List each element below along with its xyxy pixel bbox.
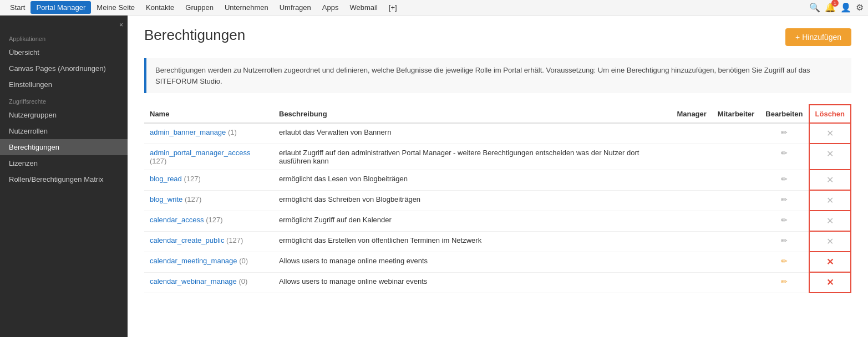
permission-mitarbeiter xyxy=(712,252,760,272)
edit-icon[interactable]: ✏ xyxy=(781,257,788,265)
sidebar-close-button[interactable]: × xyxy=(0,20,128,30)
add-button[interactable]: + Hinzufügen xyxy=(785,28,851,46)
permission-name-cell: blog_read (127) xyxy=(144,170,273,190)
edit-icon[interactable]: ✏ xyxy=(781,175,788,183)
sidebar-section-title: Zugriffsrechte xyxy=(0,93,128,107)
sidebar-item-einstellungen[interactable]: Einstellungen xyxy=(0,76,128,93)
topnav-item-kontakte[interactable]: Kontakte xyxy=(140,1,180,14)
top-nav-icons: 🔍 🔔 1 👤 ⚙ xyxy=(809,2,864,13)
table-header-löschen: Löschen xyxy=(809,105,851,123)
layout: × ApplikationenÜbersichtCanvas Pages (An… xyxy=(0,16,868,337)
permission-name-cell: calendar_create_public (127) xyxy=(144,231,273,252)
permission-description: erlaubt Zugriff auf den administrativen … xyxy=(273,144,671,170)
permission-edit-cell: ✏ xyxy=(760,123,809,144)
permission-link[interactable]: blog_write xyxy=(150,195,182,203)
permission-link[interactable]: calendar_webinar_manage xyxy=(150,277,237,285)
topnav-item-webmail[interactable]: Webmail xyxy=(344,1,383,14)
delete-icon[interactable]: ✕ xyxy=(826,175,834,185)
permission-mitarbeiter xyxy=(712,144,760,170)
main-content: Berechtigungen + Hinzufügen Berechtigung… xyxy=(128,16,868,337)
permission-edit-cell: ✏ xyxy=(760,190,809,211)
edit-icon[interactable]: ✏ xyxy=(781,277,788,286)
delete-icon[interactable]: ✕ xyxy=(826,196,834,205)
delete-icon[interactable]: ✕ xyxy=(826,129,834,138)
permission-description: ermöglicht das Lesen von Blogbeiträgen xyxy=(273,170,671,190)
notification-badge-wrapper[interactable]: 🔔 1 xyxy=(825,2,836,13)
permission-delete-cell: ✕ xyxy=(809,231,851,252)
table-header: NameBeschreibungManagerMitarbeiterBearbe… xyxy=(144,105,851,123)
delete-icon[interactable]: ✕ xyxy=(826,237,834,246)
permission-count: (127) xyxy=(224,236,243,244)
permission-description: ermöglicht das Schreiben von Blogbeiträg… xyxy=(273,190,671,211)
permission-mitarbeiter xyxy=(712,272,760,293)
sidebar-content: ApplikationenÜbersichtCanvas Pages (Anor… xyxy=(0,30,128,187)
sidebar-item-berechtigungen[interactable]: Berechtigungen xyxy=(0,139,128,155)
permission-name-cell: calendar_meeting_manage (0) xyxy=(144,252,273,272)
table-header-beschreibung: Beschreibung xyxy=(273,105,671,123)
settings-icon[interactable]: ⚙ xyxy=(856,2,864,13)
top-navigation: StartPortal ManagerMeine SeiteKontakteGr… xyxy=(0,0,868,16)
permission-delete-cell: ✕ xyxy=(809,123,851,144)
permission-delete-cell: ✕ xyxy=(809,252,851,272)
permission-delete-cell: ✕ xyxy=(809,170,851,190)
permission-link[interactable]: calendar_meeting_manage xyxy=(150,257,237,265)
permission-name-cell: calendar_access (127) xyxy=(144,211,273,231)
page-title: Berechtigungen xyxy=(144,27,245,44)
permission-link[interactable]: calendar_create_public xyxy=(150,236,224,244)
page-header-row: Berechtigungen + Hinzufügen xyxy=(144,27,851,53)
topnav-items: StartPortal ManagerMeine SeiteKontakteGr… xyxy=(4,1,403,14)
table-row: calendar_meeting_manage (0)Allows users … xyxy=(144,252,851,272)
table-row: calendar_access (127)ermöglicht Zugriff … xyxy=(144,211,851,231)
edit-icon[interactable]: ✏ xyxy=(781,195,788,204)
edit-icon[interactable]: ✏ xyxy=(781,128,788,137)
sidebar-item-nutzerrollen[interactable]: Nutzerrollen xyxy=(0,123,128,139)
permission-count: (0) xyxy=(237,257,248,265)
permission-mitarbeiter xyxy=(712,190,760,211)
permission-edit-cell: ✏ xyxy=(760,231,809,252)
table-header-manager: Manager xyxy=(671,105,712,123)
permission-edit-cell: ✏ xyxy=(760,144,809,170)
permission-manager xyxy=(671,252,712,272)
permission-name-cell: calendar_webinar_manage (0) xyxy=(144,272,273,293)
permission-link[interactable]: blog_read xyxy=(150,175,182,183)
edit-icon[interactable]: ✏ xyxy=(781,216,788,224)
topnav-item-gruppen[interactable]: Gruppen xyxy=(180,1,219,14)
delete-icon[interactable]: ✕ xyxy=(826,257,834,267)
search-icon[interactable]: 🔍 xyxy=(809,2,820,13)
edit-icon[interactable]: ✏ xyxy=(781,149,788,157)
sidebar-item-übersicht[interactable]: Übersicht xyxy=(0,44,128,60)
permission-link[interactable]: admin_portal_manager_access xyxy=(150,149,250,157)
notification-count: 1 xyxy=(831,0,839,7)
sidebar-item-rollenberechtigungen-matrix[interactable]: Rollen/Berechtigungen Matrix xyxy=(0,171,128,187)
permission-name-cell: admin_banner_manage (1) xyxy=(144,123,273,144)
delete-icon[interactable]: ✕ xyxy=(826,278,834,287)
user-icon[interactable]: 👤 xyxy=(840,2,851,13)
sidebar-section-title: Applikationen xyxy=(0,30,128,44)
topnav-item-start[interactable]: Start xyxy=(4,1,31,14)
permission-edit-cell: ✏ xyxy=(760,252,809,272)
permission-delete-cell: ✕ xyxy=(809,190,851,211)
topnav-item-meine-seite[interactable]: Meine Seite xyxy=(91,1,140,14)
delete-icon[interactable]: ✕ xyxy=(826,216,834,226)
permission-name-cell: admin_portal_manager_access (127) xyxy=(144,144,273,170)
topnav-item-[+][interactable]: [+] xyxy=(383,1,403,14)
permission-link[interactable]: calendar_access xyxy=(150,216,204,224)
permissions-table: NameBeschreibungManagerMitarbeiterBearbe… xyxy=(144,104,851,293)
edit-icon[interactable]: ✏ xyxy=(781,236,788,245)
sidebar-item-canvas-pages-anordnungen[interactable]: Canvas Pages (Anordnungen) xyxy=(0,60,128,76)
permission-manager xyxy=(671,211,712,231)
sidebar-item-nutzergruppen[interactable]: Nutzergruppen xyxy=(0,107,128,123)
sidebar-item-lizenzen[interactable]: Lizenzen xyxy=(0,155,128,171)
topnav-item-portal-manager[interactable]: Portal Manager xyxy=(31,1,91,14)
permission-count: (127) xyxy=(182,175,201,183)
permission-manager xyxy=(671,272,712,293)
topnav-item-umfragen[interactable]: Umfragen xyxy=(274,1,317,14)
permission-link[interactable]: admin_banner_manage xyxy=(150,128,226,136)
topnav-item-unternehmen[interactable]: Unternehmen xyxy=(219,1,274,14)
permission-manager xyxy=(671,144,712,170)
permission-delete-cell: ✕ xyxy=(809,211,851,231)
delete-icon[interactable]: ✕ xyxy=(826,149,834,159)
permission-manager xyxy=(671,123,712,144)
topnav-item-apps[interactable]: Apps xyxy=(317,1,344,14)
permission-count: (0) xyxy=(237,277,248,285)
